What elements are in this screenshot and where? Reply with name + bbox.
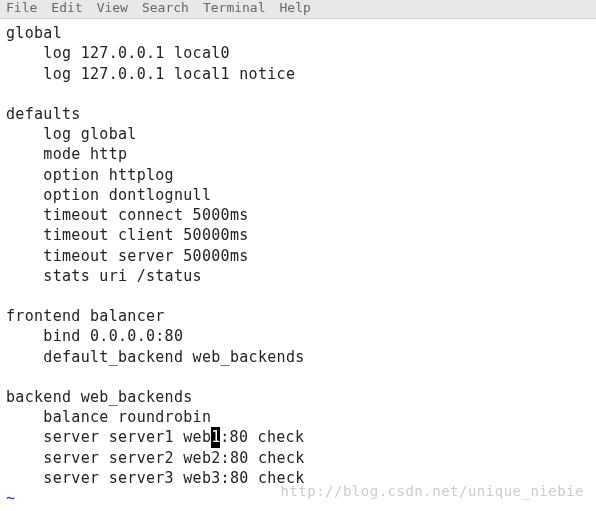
editor-line: timeout server 50000ms	[6, 246, 590, 266]
editor-line: server server1 web1:80 check	[6, 427, 590, 447]
editor-line: mode http	[6, 144, 590, 164]
menu-search[interactable]: Search	[142, 0, 189, 15]
editor-line: default_backend web_backends	[6, 347, 590, 367]
editor-line: defaults	[6, 104, 590, 124]
text-cursor: 1	[211, 427, 220, 447]
editor-line: bind 0.0.0.0:80	[6, 326, 590, 346]
watermark-text: http://blog.csdn.net/unique_niebie	[280, 483, 584, 499]
editor-line: option httplog	[6, 165, 590, 185]
menu-help[interactable]: Help	[280, 0, 311, 15]
editor-line: log global	[6, 124, 590, 144]
editor-line: timeout connect 5000ms	[6, 205, 590, 225]
editor-line: log 127.0.0.1 local0	[6, 43, 590, 63]
editor-line: balance roundrobin	[6, 407, 590, 427]
editor-line	[6, 286, 590, 306]
editor-area[interactable]: global log 127.0.0.1 local0 log 127.0.0.…	[0, 19, 596, 511]
editor-line: stats uri /status	[6, 266, 590, 286]
menu-file[interactable]: File	[6, 0, 37, 15]
editor-line: log 127.0.0.1 local1 notice	[6, 64, 590, 84]
menu-edit[interactable]: Edit	[51, 0, 82, 15]
editor-line: server server2 web2:80 check	[6, 448, 590, 468]
editor-line: option dontlognull	[6, 185, 590, 205]
editor-line	[6, 367, 590, 387]
editor-line: frontend balancer	[6, 306, 590, 326]
editor-line: backend web_backends	[6, 387, 590, 407]
menubar: File Edit View Search Terminal Help	[0, 0, 596, 19]
menu-view[interactable]: View	[97, 0, 128, 15]
editor-line: timeout client 50000ms	[6, 225, 590, 245]
editor-line: global	[6, 23, 590, 43]
menu-terminal[interactable]: Terminal	[203, 0, 266, 15]
editor-line	[6, 84, 590, 104]
